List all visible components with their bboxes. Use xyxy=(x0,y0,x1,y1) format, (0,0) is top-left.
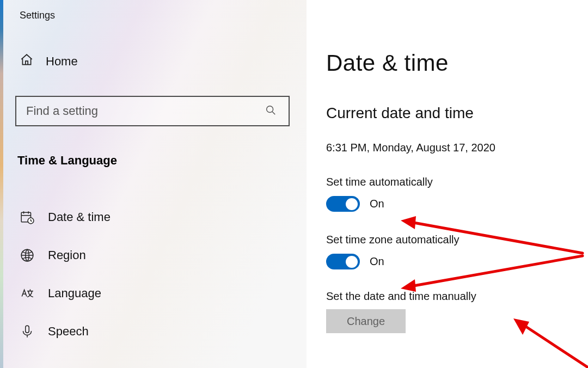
setting-label: Set time zone automatically xyxy=(326,234,583,246)
toggle-state-text: On xyxy=(370,255,384,268)
window-title: Settings xyxy=(15,10,307,53)
sidebar-item-label: Date & time xyxy=(48,210,111,224)
sidebar-item-region[interactable]: Region xyxy=(15,236,307,274)
sidebar-nav-list: Date & time Region xyxy=(15,198,307,351)
toggle-set-time-auto[interactable] xyxy=(326,196,360,212)
sidebar-item-label: Speech xyxy=(48,324,89,339)
setting-set-time-auto: Set time automatically On xyxy=(326,176,583,212)
globe-icon xyxy=(20,248,35,263)
toggle-knob xyxy=(346,256,358,268)
home-icon xyxy=(20,53,34,70)
svg-rect-9 xyxy=(26,326,29,333)
setting-label: Set time automatically xyxy=(326,176,583,188)
settings-main: Date & time Current date and time 6:31 P… xyxy=(307,0,588,368)
setting-set-timezone-auto: Set time zone automatically On xyxy=(326,234,583,269)
window-left-accent xyxy=(0,0,3,368)
toggle-set-timezone-auto[interactable] xyxy=(326,254,360,269)
svg-point-0 xyxy=(267,106,273,112)
change-button[interactable]: Change xyxy=(326,309,406,333)
svg-line-1 xyxy=(272,112,275,114)
search-icon xyxy=(265,104,277,119)
sidebar-item-date-time[interactable]: Date & time xyxy=(15,198,307,236)
manual-date-time-label: Set the date and time manually xyxy=(326,290,583,303)
current-datetime-value: 6:31 PM, Monday, August 17, 2020 xyxy=(326,142,583,154)
page-title: Date & time xyxy=(326,50,583,76)
sidebar-category-heading: Time & Language xyxy=(15,154,307,198)
language-icon xyxy=(20,286,35,301)
sidebar-item-language[interactable]: Language xyxy=(15,274,307,312)
toggle-knob xyxy=(346,198,358,210)
search-input[interactable] xyxy=(26,104,244,118)
sidebar-home-label: Home xyxy=(46,54,78,69)
sidebar-home[interactable]: Home xyxy=(15,53,307,96)
sidebar-item-label: Language xyxy=(48,286,101,300)
microphone-icon xyxy=(20,324,35,339)
calendar-clock-icon xyxy=(20,210,35,225)
toggle-state-text: On xyxy=(370,198,384,210)
search-input-container[interactable] xyxy=(15,96,290,126)
sidebar-item-speech[interactable]: Speech xyxy=(15,312,307,351)
section-subheading: Current date and time xyxy=(326,105,583,122)
sidebar-item-label: Region xyxy=(48,248,86,262)
settings-sidebar: Settings Home Time & Language xyxy=(0,0,307,368)
